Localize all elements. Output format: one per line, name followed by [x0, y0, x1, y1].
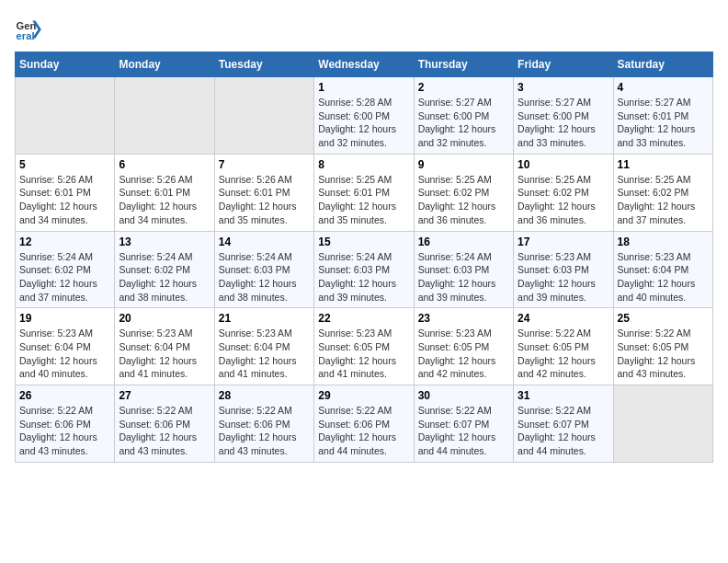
day-number: 2: [418, 81, 509, 94]
calendar-cell: 22Sunrise: 5:23 AMSunset: 6:05 PMDayligh…: [314, 308, 414, 385]
day-number: 18: [618, 236, 709, 248]
calendar-cell: 1Sunrise: 5:28 AMSunset: 6:00 PMDaylight…: [314, 77, 414, 155]
day-info: Sunrise: 5:26 AMSunset: 6:01 PMDaylight:…: [219, 173, 310, 227]
header-saturday: Saturday: [613, 52, 712, 77]
calendar-cell: 29Sunrise: 5:22 AMSunset: 6:06 PMDayligh…: [314, 385, 414, 463]
calendar-cell: [613, 385, 712, 463]
calendar-cell: 27Sunrise: 5:22 AMSunset: 6:06 PMDayligh…: [115, 385, 214, 463]
calendar-cell: 25Sunrise: 5:22 AMSunset: 6:05 PMDayligh…: [613, 308, 712, 385]
week-row-1: 1Sunrise: 5:28 AMSunset: 6:00 PMDaylight…: [16, 77, 713, 155]
day-number: 24: [518, 312, 609, 325]
calendar-cell: 8Sunrise: 5:25 AMSunset: 6:01 PMDaylight…: [314, 154, 414, 231]
calendar-cell: 30Sunrise: 5:22 AMSunset: 6:07 PMDayligh…: [414, 385, 513, 463]
day-info: Sunrise: 5:22 AMSunset: 6:06 PMDaylight:…: [19, 404, 110, 458]
day-number: 3: [518, 81, 609, 94]
day-info: Sunrise: 5:22 AMSunset: 6:06 PMDaylight:…: [318, 404, 409, 458]
calendar-cell: 6Sunrise: 5:26 AMSunset: 6:01 PMDaylight…: [115, 154, 214, 231]
day-info: Sunrise: 5:22 AMSunset: 6:07 PMDaylight:…: [518, 404, 609, 458]
calendar-cell: 18Sunrise: 5:23 AMSunset: 6:04 PMDayligh…: [613, 231, 712, 308]
calendar-cell: 7Sunrise: 5:26 AMSunset: 6:01 PMDaylight…: [214, 154, 313, 231]
day-info: Sunrise: 5:26 AMSunset: 6:01 PMDaylight:…: [119, 173, 210, 227]
day-info: Sunrise: 5:25 AMSunset: 6:02 PMDaylight:…: [518, 173, 609, 227]
header-friday: Friday: [514, 52, 613, 77]
calendar-cell: 26Sunrise: 5:22 AMSunset: 6:06 PMDayligh…: [16, 385, 115, 463]
day-number: 27: [119, 389, 210, 402]
calendar-cell: 17Sunrise: 5:23 AMSunset: 6:03 PMDayligh…: [514, 231, 613, 308]
day-number: 6: [119, 158, 210, 171]
day-number: 9: [418, 158, 509, 171]
day-number: 1: [318, 81, 409, 94]
day-info: Sunrise: 5:27 AMSunset: 6:00 PMDaylight:…: [518, 96, 609, 150]
calendar-cell: 2Sunrise: 5:27 AMSunset: 6:00 PMDaylight…: [414, 77, 513, 155]
header-thursday: Thursday: [414, 52, 513, 77]
calendar-cell: 14Sunrise: 5:24 AMSunset: 6:03 PMDayligh…: [214, 231, 313, 308]
calendar-table: SundayMondayTuesdayWednesdayThursdayFrid…: [15, 52, 713, 463]
calendar-cell: 12Sunrise: 5:24 AMSunset: 6:02 PMDayligh…: [16, 231, 115, 308]
calendar-cell: 28Sunrise: 5:22 AMSunset: 6:06 PMDayligh…: [214, 385, 313, 463]
day-number: 10: [518, 158, 609, 171]
day-number: 16: [418, 236, 509, 248]
page-header: Gen eral: [15, 15, 713, 44]
day-number: 20: [119, 312, 210, 325]
day-number: 30: [418, 389, 509, 402]
header-sunday: Sunday: [16, 52, 115, 77]
calendar-header-row: SundayMondayTuesdayWednesdayThursdayFrid…: [16, 52, 713, 77]
week-row-3: 12Sunrise: 5:24 AMSunset: 6:02 PMDayligh…: [16, 231, 713, 308]
day-info: Sunrise: 5:23 AMSunset: 6:05 PMDaylight:…: [418, 327, 509, 381]
calendar-cell: [115, 77, 214, 155]
day-info: Sunrise: 5:24 AMSunset: 6:02 PMDaylight:…: [119, 250, 210, 304]
header-monday: Monday: [115, 52, 214, 77]
svg-text:eral: eral: [17, 30, 35, 41]
day-info: Sunrise: 5:22 AMSunset: 6:06 PMDaylight:…: [219, 404, 310, 458]
day-info: Sunrise: 5:24 AMSunset: 6:02 PMDaylight:…: [19, 250, 110, 304]
calendar-cell: 23Sunrise: 5:23 AMSunset: 6:05 PMDayligh…: [414, 308, 513, 385]
day-number: 14: [219, 236, 310, 248]
calendar-cell: 16Sunrise: 5:24 AMSunset: 6:03 PMDayligh…: [414, 231, 513, 308]
day-number: 5: [19, 158, 110, 171]
calendar-cell: 21Sunrise: 5:23 AMSunset: 6:04 PMDayligh…: [214, 308, 313, 385]
calendar-cell: 5Sunrise: 5:26 AMSunset: 6:01 PMDaylight…: [16, 154, 115, 231]
day-info: Sunrise: 5:27 AMSunset: 6:00 PMDaylight:…: [418, 96, 509, 150]
header-tuesday: Tuesday: [214, 52, 313, 77]
day-number: 19: [19, 312, 110, 325]
calendar-cell: 3Sunrise: 5:27 AMSunset: 6:00 PMDaylight…: [514, 77, 613, 155]
day-number: 23: [418, 312, 509, 325]
calendar-cell: 10Sunrise: 5:25 AMSunset: 6:02 PMDayligh…: [514, 154, 613, 231]
logo: Gen eral: [15, 15, 46, 44]
calendar-cell: 19Sunrise: 5:23 AMSunset: 6:04 PMDayligh…: [16, 308, 115, 385]
day-number: 29: [318, 389, 409, 402]
day-info: Sunrise: 5:25 AMSunset: 6:02 PMDaylight:…: [618, 173, 709, 227]
day-info: Sunrise: 5:23 AMSunset: 6:03 PMDaylight:…: [518, 250, 609, 304]
day-number: 21: [219, 312, 310, 325]
calendar-cell: 4Sunrise: 5:27 AMSunset: 6:01 PMDaylight…: [613, 77, 712, 155]
header-wednesday: Wednesday: [314, 52, 414, 77]
day-number: 22: [318, 312, 409, 325]
day-number: 4: [618, 81, 709, 94]
day-info: Sunrise: 5:23 AMSunset: 6:04 PMDaylight:…: [219, 327, 310, 381]
day-number: 31: [518, 389, 609, 402]
calendar-cell: [16, 77, 115, 155]
day-number: 28: [219, 389, 310, 402]
day-info: Sunrise: 5:22 AMSunset: 6:06 PMDaylight:…: [119, 404, 210, 458]
day-info: Sunrise: 5:23 AMSunset: 6:04 PMDaylight:…: [618, 250, 709, 304]
calendar-cell: 13Sunrise: 5:24 AMSunset: 6:02 PMDayligh…: [115, 231, 214, 308]
day-info: Sunrise: 5:22 AMSunset: 6:05 PMDaylight:…: [618, 327, 709, 381]
day-info: Sunrise: 5:24 AMSunset: 6:03 PMDaylight:…: [418, 250, 509, 304]
day-number: 15: [318, 236, 409, 248]
day-info: Sunrise: 5:24 AMSunset: 6:03 PMDaylight:…: [318, 250, 409, 304]
day-info: Sunrise: 5:25 AMSunset: 6:02 PMDaylight:…: [418, 173, 509, 227]
logo-icon: Gen eral: [15, 15, 44, 44]
day-info: Sunrise: 5:23 AMSunset: 6:04 PMDaylight:…: [19, 327, 110, 381]
day-number: 8: [318, 158, 409, 171]
calendar-cell: 15Sunrise: 5:24 AMSunset: 6:03 PMDayligh…: [314, 231, 414, 308]
day-info: Sunrise: 5:28 AMSunset: 6:00 PMDaylight:…: [318, 96, 409, 150]
day-info: Sunrise: 5:22 AMSunset: 6:05 PMDaylight:…: [518, 327, 609, 381]
week-row-4: 19Sunrise: 5:23 AMSunset: 6:04 PMDayligh…: [16, 308, 713, 385]
day-info: Sunrise: 5:22 AMSunset: 6:07 PMDaylight:…: [418, 404, 509, 458]
day-number: 25: [618, 312, 709, 325]
calendar-cell: 11Sunrise: 5:25 AMSunset: 6:02 PMDayligh…: [613, 154, 712, 231]
day-info: Sunrise: 5:23 AMSunset: 6:04 PMDaylight:…: [119, 327, 210, 381]
day-number: 12: [19, 236, 110, 248]
calendar-cell: 20Sunrise: 5:23 AMSunset: 6:04 PMDayligh…: [115, 308, 214, 385]
week-row-5: 26Sunrise: 5:22 AMSunset: 6:06 PMDayligh…: [16, 385, 713, 463]
